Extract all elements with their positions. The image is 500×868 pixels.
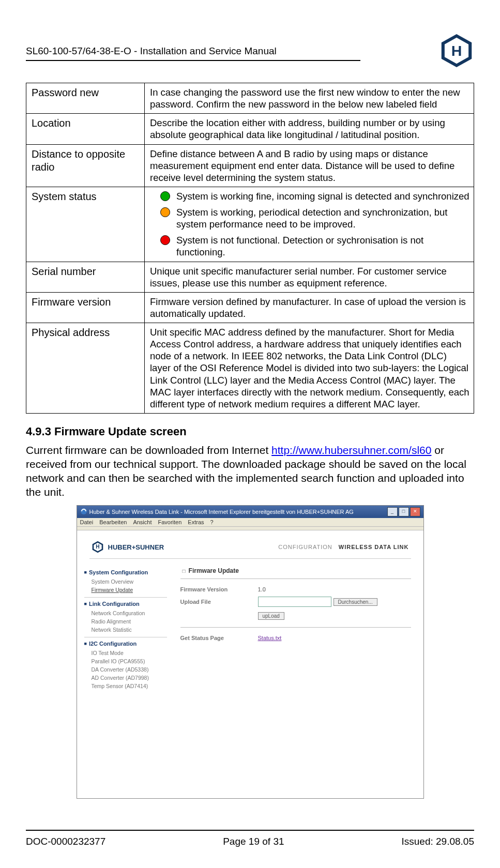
sidebar-item-radio-alignment[interactable]: Radio Alignment: [84, 617, 167, 626]
definitions-table: Password new In case changing the passwo…: [26, 83, 474, 414]
desc-cell: Unique unit specific manufacturer serial…: [145, 262, 474, 292]
sidebar-item-network-config[interactable]: Network Configuration: [84, 609, 167, 617]
sidebar-item-io-test[interactable]: IO Test Mode: [84, 649, 167, 657]
footer-page-number: Page 19 of 31: [223, 836, 284, 847]
maximize-button[interactable]: □: [399, 507, 409, 516]
status-row-red: System is not functional. Detection or s…: [150, 234, 469, 258]
header-rule: [26, 60, 360, 61]
status-row-orange: System is working, periodical detection …: [150, 206, 469, 230]
ie-icon: [80, 508, 87, 516]
panel-title: Firmware Update: [180, 566, 411, 577]
brand-logo-icon: H: [92, 541, 104, 553]
status-row-green: System is working fine, incoming signal …: [150, 190, 469, 202]
sidebar: System Configuration System Overview Fir…: [79, 559, 170, 796]
company-logo-icon: H: [439, 33, 474, 68]
footer-issued-date: Issued: 29.08.05: [401, 836, 474, 847]
desc-cell: In case changing the password use the fi…: [145, 83, 474, 114]
content-pane: Firmware Update Firmware Version 1.0 Upl…: [170, 559, 421, 796]
term-cell: Location: [26, 114, 145, 144]
close-button[interactable]: ✕: [410, 507, 420, 516]
status-txt-link[interactable]: Status.txt: [258, 635, 282, 641]
sidebar-item-temp-sensor[interactable]: Temp Sensor (AD7414): [84, 682, 167, 690]
term-cell: Firmware version: [26, 292, 145, 323]
upload-file-input[interactable]: [258, 597, 331, 607]
menu-item[interactable]: Datei: [80, 519, 94, 525]
page-header: SL60-100-57/64-38-E-O - Installation and…: [26, 38, 474, 68]
term-cell: Serial number: [26, 262, 145, 292]
page-footer: DOC-0000232377 Page 19 of 31 Issued: 29.…: [26, 819, 474, 847]
term-cell: Physical address: [26, 323, 145, 414]
term-cell: Distance to opposite radio: [26, 144, 145, 187]
table-row: System status System is working fine, in…: [26, 187, 474, 262]
sidebar-group-system[interactable]: System Configuration: [84, 569, 167, 575]
upload-file-row: Upload File Durchsuchen...: [180, 595, 411, 609]
menu-item[interactable]: Ansicht: [133, 519, 151, 525]
browser-titlebar: Huber & Suhner Wireless Data Link - Micr…: [77, 506, 423, 518]
browser-menubar: Datei Bearbeiten Ansicht Favoriten Extra…: [77, 518, 423, 527]
table-row: Firmware version Firmware version define…: [26, 292, 474, 323]
term-cell: Password new: [26, 83, 145, 114]
upload-button[interactable]: upLoad: [258, 612, 284, 620]
section-paragraph: Current firmware can be downloaded from …: [26, 444, 474, 499]
table-row: Password new In case changing the passwo…: [26, 83, 474, 114]
status-dot-orange-icon: [160, 207, 170, 217]
desc-cell: Describe the location either with addres…: [145, 114, 474, 144]
menu-item[interactable]: Bearbeiten: [99, 519, 127, 525]
status-dot-red-icon: [160, 235, 170, 245]
browse-button[interactable]: Durchsuchen...: [334, 598, 377, 606]
firmware-version-value: 1.0: [258, 586, 266, 592]
firmware-version-row: Firmware Version 1.0: [180, 584, 411, 595]
sidebar-group-link[interactable]: Link Configuration: [84, 601, 167, 607]
app-header: H HUBER+SUHNER CONFIGURATION WIRELESS DA…: [79, 532, 421, 558]
firmware-download-link[interactable]: http://www.hubersuhner.com/sl60: [271, 444, 431, 456]
table-row: Location Describe the location either wi…: [26, 114, 474, 144]
svg-text:H: H: [96, 544, 99, 550]
status-dot-green-icon: [160, 191, 170, 201]
footer-doc-id: DOC-0000232377: [26, 836, 105, 847]
window-title: Huber & Suhner Wireless Data Link - Micr…: [89, 509, 354, 515]
menu-item[interactable]: Extras: [188, 519, 204, 525]
desc-cell: System is working fine, incoming signal …: [145, 187, 474, 262]
sidebar-item-system-overview[interactable]: System Overview: [84, 577, 167, 586]
doc-title: SL60-100-57/64-38-E-O - Installation and…: [26, 45, 429, 60]
desc-cell: Unit specific MAC address defined by the…: [145, 323, 474, 414]
table-row: Serial number Unique unit specific manuf…: [26, 262, 474, 292]
sidebar-group-i2c[interactable]: I2C Configuration: [84, 641, 167, 647]
desc-cell: Firmware version defined by manufacturer…: [145, 292, 474, 323]
brand: H HUBER+SUHNER: [92, 541, 164, 553]
browser-screenshot: Huber & Suhner Wireless Data Link - Micr…: [77, 505, 424, 799]
minimize-button[interactable]: _: [387, 507, 398, 516]
desc-cell: Define distance between A and B radio by…: [145, 144, 474, 187]
page-context: CONFIGURATION WIRELESS DATA LINK: [278, 544, 408, 550]
sidebar-item-network-statistic[interactable]: Network Statistic: [84, 626, 167, 634]
table-row: Physical address Unit specific MAC addre…: [26, 323, 474, 414]
term-cell: System status: [26, 187, 145, 262]
sidebar-item-parallel-io[interactable]: Parallel IO (PCA9555): [84, 657, 167, 665]
sidebar-item-ad-converter[interactable]: AD Converter (AD7998): [84, 674, 167, 682]
sidebar-item-da-converter[interactable]: DA Converter (AD5338): [84, 665, 167, 674]
status-page-row: Get Status Page Status.txt: [180, 633, 411, 643]
menu-item[interactable]: Favoriten: [158, 519, 181, 525]
sidebar-item-firmware-update[interactable]: Firmware Update: [84, 586, 167, 594]
section-heading: 4.9.3 Firmware Update screen: [26, 425, 474, 438]
menu-item[interactable]: ?: [210, 519, 214, 525]
table-row: Distance to opposite radio Define distan…: [26, 144, 474, 187]
svg-text:H: H: [451, 42, 462, 59]
